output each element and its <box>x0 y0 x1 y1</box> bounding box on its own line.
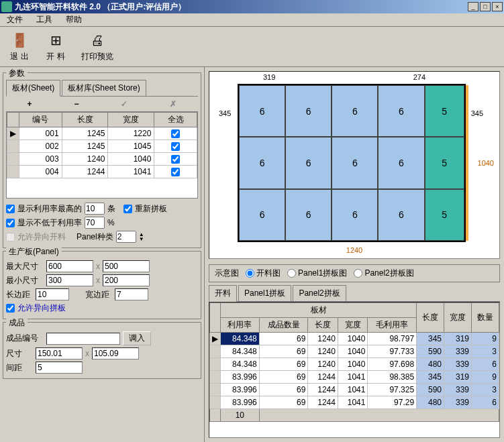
diagram-cell: 6 <box>285 189 332 241</box>
diagram-cell: 5 <box>425 85 464 137</box>
product-id-input[interactable] <box>46 333 120 345</box>
allow-hetero-checkbox <box>6 233 15 241</box>
tab-cut-result[interactable]: 开料 <box>209 285 237 302</box>
diagram-cell: 6 <box>378 85 424 137</box>
diagram-cell: 6 <box>239 85 285 137</box>
diagram-cell: 6 <box>285 85 332 137</box>
layout-diagram: 319 274 345 345 1040 1240 66665666656666… <box>209 71 500 259</box>
table-row[interactable]: 00412441041 <box>7 166 197 178</box>
panel-title: 生产板(Panel) <box>6 246 62 258</box>
radio-cut-view[interactable]: 开料图 <box>246 268 281 279</box>
long-margin-input[interactable] <box>36 288 69 300</box>
close-button[interactable]: × <box>492 2 503 11</box>
spin-icon[interactable]: ▲▼ <box>139 232 144 241</box>
result-table[interactable]: 板材 长度 宽度 数量 利用率 成品数量 长度 宽度 毛利用率 ▶ 84.348… <box>209 302 500 438</box>
menu-file[interactable]: 文件 <box>3 13 27 27</box>
table-row[interactable]: 83.996691244104197.29 4803396 <box>210 396 499 409</box>
table-row[interactable]: 00312401040 <box>7 153 197 166</box>
radio-panel1-view[interactable]: Panel1拼板图 <box>287 268 347 279</box>
diagram-cell: 6 <box>239 189 285 241</box>
show-top-checkbox[interactable] <box>6 205 15 213</box>
exit-button[interactable]: 🚪 退 出 <box>5 27 34 66</box>
table-row[interactable]: ▶ 84.348691240104098.797 3453199 <box>210 333 499 345</box>
max-width-input[interactable] <box>46 260 93 272</box>
printer-icon: 🖨 <box>87 31 108 50</box>
diagram-cell: 6 <box>378 189 424 241</box>
diagram-cell: 6 <box>378 137 424 188</box>
select-checkbox[interactable] <box>171 129 180 138</box>
diagram-cell: 6 <box>332 189 378 241</box>
select-checkbox[interactable] <box>171 168 180 176</box>
maximize-button[interactable]: □ <box>480 2 491 11</box>
table-row[interactable]: 83.996691244104197.325 5903393 <box>210 384 499 396</box>
radio-panel2-view[interactable]: Panel2拼板图 <box>354 268 413 279</box>
show-min-input[interactable] <box>85 217 105 229</box>
sheet-table[interactable]: 编号 长度 宽度 全选 ▶001124512200021245104500312… <box>6 111 198 199</box>
size-height-input[interactable] <box>92 347 139 360</box>
toolbar: 🚪 退 出 ⊞ 开 料 🖨 打印预览 <box>0 27 504 67</box>
min-width-input[interactable] <box>46 274 93 286</box>
gap-input[interactable] <box>36 362 83 374</box>
diagram-cell: 6 <box>239 137 285 188</box>
cancel-edit-button[interactable]: ✗ <box>164 99 182 109</box>
load-button[interactable]: 调入 <box>123 331 151 345</box>
minimize-button[interactable]: _ <box>468 2 478 11</box>
show-top-input[interactable] <box>85 203 105 215</box>
window-title: 九连环智能开料软件 2.0 （正式用户:评估用户） <box>15 1 468 13</box>
diagram-cell: 6 <box>332 85 378 137</box>
diagram-cell: 6 <box>285 137 332 188</box>
size-width-input[interactable] <box>36 347 83 360</box>
table-row[interactable]: ▶00112451220 <box>7 127 197 140</box>
min-height-input[interactable] <box>103 274 150 286</box>
product-title: 成品 <box>6 317 28 329</box>
menubar: 文件 工具 帮助 <box>0 13 504 27</box>
grid-icon: ⊞ <box>45 31 66 50</box>
table-row[interactable]: 83.996691244104198.385 3453199 <box>210 371 499 384</box>
diagram-cell: 5 <box>425 137 464 188</box>
max-height-input[interactable] <box>103 260 150 272</box>
allow-diff-checkbox[interactable] <box>6 304 15 313</box>
menu-tools[interactable]: 工具 <box>32 13 56 27</box>
add-row-button[interactable]: + <box>21 99 37 109</box>
titlebar: 九连环智能开料软件 2.0 （正式用户:评估用户） _ □ × <box>0 0 504 13</box>
right-panel: 319 274 345 345 1040 1240 66665666656666… <box>205 67 504 442</box>
recalc-checkbox[interactable] <box>123 205 132 213</box>
diagram-cell: 5 <box>425 189 464 241</box>
view-options: 示意图 开料图 Panel1拼板图 Panel2拼板图 <box>209 264 500 282</box>
select-checkbox[interactable] <box>171 155 180 164</box>
diagram-cell: 6 <box>332 137 378 188</box>
cut-button[interactable]: ⊞ 开 料 <box>42 27 70 66</box>
confirm-button[interactable]: ✓ <box>115 99 133 109</box>
exit-icon: 🚪 <box>9 31 30 50</box>
menu-help[interactable]: 帮助 <box>62 13 86 27</box>
table-row[interactable]: 84.348691240104097.733 5903393 <box>210 345 499 358</box>
remove-row-button[interactable]: − <box>68 99 84 109</box>
left-panel: 参数 板材(Sheet) 板材库(Sheet Store) + − ✓ ✗ 编号… <box>0 67 205 442</box>
tab-panel1-result[interactable]: Panel1拼板 <box>238 285 291 301</box>
table-row[interactable]: 00212451045 <box>7 140 197 153</box>
print-preview-button[interactable]: 🖨 打印预览 <box>78 27 117 66</box>
app-icon <box>1 1 12 12</box>
wide-margin-input[interactable] <box>115 288 148 300</box>
table-row[interactable]: 84.348691240104097.698 4803396 <box>210 358 499 371</box>
tab-sheet[interactable]: 板材(Sheet) <box>6 80 60 97</box>
params-title: 参数 <box>6 68 28 79</box>
select-checkbox[interactable] <box>171 142 180 151</box>
tab-panel2-result[interactable]: Panel2拼板 <box>293 285 346 301</box>
tab-sheet-store[interactable]: 板材库(Sheet Store) <box>62 80 146 96</box>
panel-types-input <box>116 231 136 243</box>
show-min-checkbox[interactable] <box>6 219 15 227</box>
